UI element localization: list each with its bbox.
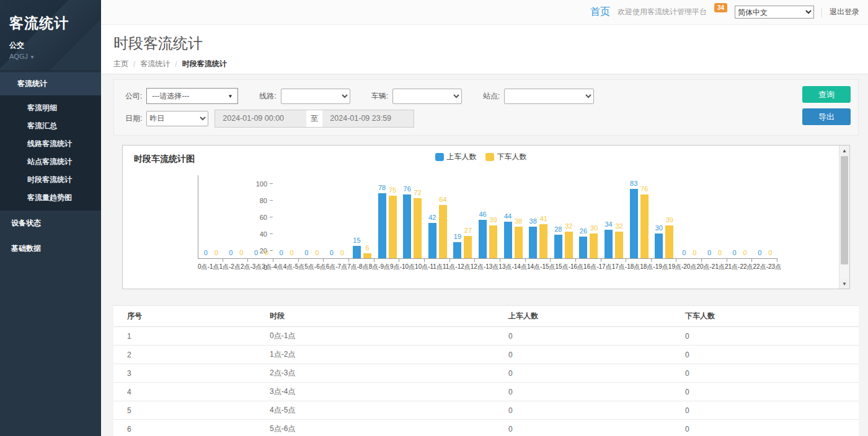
bar-column: 28 [554, 175, 562, 258]
table-cell: 0 [495, 346, 671, 364]
chart-category-slot: 3432 [601, 175, 627, 258]
sidebar-subitem-线路客流统计[interactable]: 线路客流统计 [0, 135, 101, 153]
table-cell: 1 [113, 327, 256, 346]
date-range-group: 2024-01-09 00:00 至 2024-01-09 23:59 [215, 110, 414, 128]
bar-pair: 00 [727, 175, 753, 258]
date-from-input[interactable]: 2024-01-09 00:00 [215, 110, 306, 128]
sidebar-subitem-客流汇总[interactable]: 客流汇总 [0, 117, 101, 135]
bar-column: 0 [252, 175, 260, 258]
chart-bar[interactable] [665, 225, 673, 258]
bar-value-label: 42 [428, 214, 436, 221]
chart-category-slot: 4264 [425, 175, 450, 258]
sidebar-item-device-status[interactable]: 设备状态 [0, 211, 101, 236]
chart-bar[interactable] [529, 227, 537, 258]
sidebar-subitem-客流明细[interactable]: 客流明细 [0, 99, 101, 117]
bar-column: 0 [313, 175, 321, 258]
x-tick [551, 259, 576, 262]
bar-pair: 3039 [652, 175, 677, 258]
export-button[interactable]: 导出 [802, 108, 851, 125]
chart-bar[interactable] [453, 242, 461, 258]
logout-link[interactable]: 退出登录 [830, 7, 859, 17]
breadcrumb-section[interactable]: 客流统计 [140, 59, 170, 69]
chart-category-slot: 4438 [500, 175, 526, 258]
date-to-input[interactable]: 2024-01-09 23:59 [322, 110, 414, 128]
table-cell: 0 [671, 346, 859, 364]
chart-bar[interactable] [439, 205, 447, 258]
chart-bar[interactable] [590, 233, 598, 259]
breadcrumb-home[interactable]: 主页 [113, 59, 128, 69]
chart-category-slot: 00 [249, 175, 274, 258]
chart-bar[interactable] [353, 246, 361, 258]
chart-bar[interactable] [428, 223, 436, 258]
sidebar-item-passenger-stats[interactable]: 客流统计 [0, 72, 101, 95]
chart-bar[interactable] [378, 193, 386, 258]
legend-item[interactable]: 上车人数 [435, 152, 477, 162]
chart-bar[interactable] [363, 253, 371, 258]
scroll-up-icon[interactable]: ▲ [839, 146, 849, 155]
chart-bar[interactable] [554, 235, 562, 258]
sidebar-subitem-时段客流统计[interactable]: 时段客流统计 [0, 171, 101, 189]
date-range-separator: 至 [306, 110, 322, 128]
station-select[interactable] [504, 89, 594, 104]
bar-pair: 00 [274, 175, 299, 258]
table-row: 43点-4点00 [113, 383, 859, 401]
date-preset-select[interactable]: 昨日 [146, 111, 208, 126]
legend-item[interactable]: 下车人数 [485, 152, 527, 162]
language-select[interactable]: 简体中文 [735, 6, 814, 19]
chart-bar[interactable] [655, 233, 663, 259]
notification-badge[interactable]: 34 [714, 3, 727, 12]
vehicle-select[interactable] [392, 89, 462, 104]
table-cell: 0 [495, 401, 671, 420]
bar-column: 0 [263, 175, 271, 258]
breadcrumb-current: 时段客流统计 [182, 59, 227, 69]
chart-bar[interactable] [515, 227, 523, 258]
scrollbar-thumb[interactable] [841, 156, 848, 264]
org-code-dropdown[interactable]: AQGJ▼ [9, 53, 92, 60]
x-tick [273, 259, 299, 262]
bar-column: 0 [730, 175, 738, 258]
sidebar-item-base-data[interactable]: 基础数据 [0, 236, 101, 261]
bar-value-label: 78 [378, 184, 386, 191]
bar-column: 30 [590, 175, 598, 258]
bar-column: 0 [288, 175, 296, 258]
chart-bar[interactable] [504, 222, 512, 258]
bar-value-label: 28 [554, 225, 562, 233]
chart-bar[interactable] [464, 236, 472, 258]
chart-bar[interactable] [414, 198, 422, 258]
sidebar-subitem-站点客流统计[interactable]: 站点客流统计 [0, 153, 101, 171]
chart-bar[interactable] [615, 232, 623, 258]
scroll-down-icon[interactable]: ▼ [839, 279, 849, 289]
company-select[interactable]: ---请选择--- ▼ [146, 88, 238, 104]
bar-column: 32 [565, 175, 573, 258]
bar-value-label: 6 [365, 244, 369, 251]
filter-buttons: 查询 导出 [802, 86, 851, 125]
chart-bar[interactable] [489, 225, 497, 258]
table-cell: 6 [113, 420, 256, 436]
station-label: 站点: [483, 91, 500, 102]
x-axis-label: 19点-20点 [668, 263, 697, 271]
chart-bar[interactable] [389, 196, 397, 258]
home-link[interactable]: 首页 [590, 6, 610, 19]
table-cell: 0 [671, 383, 859, 401]
breadcrumb: 主页 / 客流统计 / 时段客流统计 [113, 59, 868, 69]
bar-pair: 2832 [551, 175, 577, 258]
chart-bar[interactable] [403, 194, 411, 258]
x-axis-label: 10点-11点 [415, 263, 443, 271]
chart-bar[interactable] [579, 237, 587, 258]
bar-value-label: 41 [540, 215, 547, 222]
line-select[interactable] [281, 89, 350, 104]
query-button[interactable]: 查询 [802, 86, 851, 103]
chart-bar[interactable] [539, 224, 547, 258]
sidebar-subitem-客流量趋势图[interactable]: 客流量趋势图 [0, 189, 101, 207]
chart-bar[interactable] [604, 230, 613, 258]
chart-bar[interactable] [640, 194, 649, 258]
chart-scrollbar[interactable]: ▲ ▼ [839, 146, 849, 289]
chart-category-slot: 3841 [526, 175, 551, 258]
chart-bar[interactable] [479, 220, 487, 258]
chart-bar[interactable] [630, 189, 638, 258]
chart-bar[interactable] [565, 232, 573, 258]
bar-value-label: 64 [439, 196, 446, 203]
sidebar-nav: 客流统计 客流明细客流汇总线路客流统计站点客流统计时段客流统计客流量趋势图 设备… [0, 71, 101, 436]
org-name: 公交 [9, 40, 92, 51]
chart-category-slot: 7672 [400, 175, 425, 258]
